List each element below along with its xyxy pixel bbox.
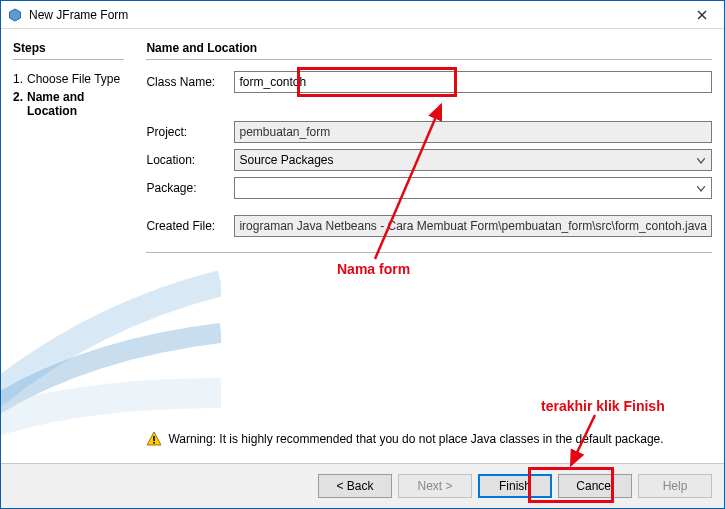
created-file-field: irograman Java Netbeans - Cara Membuat F… [234,215,712,237]
button-bar: < Back Next > Finish Cancel Help [1,463,724,508]
app-icon [7,7,23,23]
created-file-value: irograman Java Netbeans - Cara Membuat F… [239,219,707,233]
project-label: Project: [146,125,234,139]
step-item: 2. Name and Location [13,88,124,120]
location-label: Location: [146,153,234,167]
row-location: Location: Source Packages [146,148,712,172]
help-button: Help [638,474,712,498]
created-file-label: Created File: [146,219,234,233]
location-value: Source Packages [239,153,333,167]
main-panel: Name and Location Class Name: Project: p… [134,29,724,463]
back-button[interactable]: < Back [318,474,392,498]
package-select[interactable] [234,177,712,199]
step-label: Name and Location [27,90,84,118]
svg-marker-0 [10,9,21,21]
project-value: pembuatan_form [239,125,330,139]
location-select[interactable]: Source Packages [234,149,712,171]
warning-row: Warning: It is highly recommended that y… [146,425,712,455]
project-field: pembuatan_form [234,121,712,143]
steps-heading: Steps [13,41,124,60]
dialog-body: Steps 1. Choose File Type 2. Name and Lo… [1,29,724,463]
window-title: New JFrame Form [29,8,680,22]
svg-rect-5 [154,442,156,444]
finish-button[interactable]: Finish [478,474,552,498]
panel-heading: Name and Location [146,41,712,60]
step-number: 2. [13,90,23,104]
row-created-file: Created File: irograman Java Netbeans - … [146,214,712,238]
next-button: Next > [398,474,472,498]
class-name-label: Class Name: [146,75,234,89]
row-class-name: Class Name: [146,70,712,94]
chevron-down-icon [693,183,709,194]
cancel-button[interactable]: Cancel [558,474,632,498]
row-project: Project: pembuatan_form [146,120,712,144]
steps-list: 1. Choose File Type 2. Name and Location [13,70,124,120]
dialog-window: New JFrame Form Steps 1. Choose File Typ… [0,0,725,509]
svg-rect-4 [154,436,156,441]
step-number: 1. [13,72,23,86]
close-button[interactable] [680,1,724,29]
class-name-input[interactable] [234,71,712,93]
steps-sidebar: Steps 1. Choose File Type 2. Name and Lo… [1,29,134,463]
titlebar: New JFrame Form [1,1,724,29]
step-label: Choose File Type [27,72,120,86]
package-label: Package: [146,181,234,195]
warning-text: Warning: It is highly recommended that y… [168,432,663,446]
chevron-down-icon [693,155,709,166]
warning-icon [146,431,162,447]
close-icon [697,10,707,20]
step-item: 1. Choose File Type [13,70,124,88]
row-package: Package: [146,176,712,200]
form: Class Name: Project: pembuatan_form [146,70,712,253]
